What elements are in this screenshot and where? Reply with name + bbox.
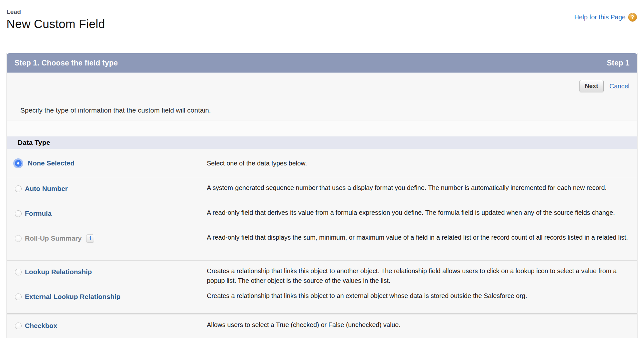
option-group-checkbox: Checkbox Allows users to select a True (…	[7, 315, 637, 338]
help-icon[interactable]: ?	[628, 13, 637, 22]
option-row-rollup-summary: Roll-Up Summary i A read-only field that…	[7, 231, 637, 256]
option-row-lookup-relationship: Lookup Relationship Creates a relationsh…	[7, 264, 637, 289]
radio-external-lookup[interactable]	[15, 293, 22, 300]
option-left: External Lookup Relationship	[15, 293, 207, 301]
option-row-formula: Formula A read-only field that derives i…	[7, 206, 637, 231]
radio-checkbox[interactable]	[15, 323, 22, 329]
option-left: Formula	[15, 209, 207, 218]
instruction-row: Specify the type of information that the…	[7, 100, 637, 121]
option-group-calculated: Auto Number A system-generated sequence …	[7, 178, 637, 261]
title-block: Lead New Custom Field	[6, 8, 105, 31]
option-row-checkbox: Checkbox Allows users to select a True (…	[7, 318, 637, 338]
option-label-rollup-summary: Roll-Up Summary	[25, 234, 82, 243]
option-row-auto-number: Auto Number A system-generated sequence …	[7, 181, 637, 206]
option-desc-auto-number: A system-generated sequence number that …	[207, 183, 629, 193]
next-button[interactable]: Next	[579, 80, 604, 92]
radio-lookup-relationship[interactable]	[15, 269, 22, 275]
radio-none-selected[interactable]	[13, 158, 23, 168]
step-bar-title: Step 1. Choose the field type	[15, 59, 118, 67]
step-1-panel: Step 1. Choose the field type Step 1 Nex…	[6, 53, 638, 338]
option-left: Auto Number	[15, 184, 207, 193]
info-icon[interactable]: i	[86, 234, 94, 243]
page-title: New Custom Field	[6, 17, 105, 31]
option-desc-lookup-relationship: Creates a relationship that links this o…	[207, 266, 629, 285]
action-row: Next Cancel	[7, 73, 637, 100]
option-left: None Selected	[15, 158, 207, 168]
option-row-external-lookup: External Lookup Relationship Creates a r…	[7, 289, 637, 307]
option-desc-formula: A read-only field that derives its value…	[207, 208, 629, 217]
option-label-none-selected[interactable]: None Selected	[28, 159, 75, 167]
data-type-section-header: Data Type	[7, 136, 637, 149]
option-desc-rollup-summary: A read-only field that displays the sum,…	[207, 233, 629, 242]
radio-dot	[15, 160, 22, 167]
option-label-formula[interactable]: Formula	[25, 209, 52, 218]
option-label-checkbox[interactable]: Checkbox	[25, 322, 57, 330]
option-desc-external-lookup: Creates a relationship that links this o…	[207, 291, 629, 301]
option-row-none-selected: None Selected Select one of the data typ…	[7, 149, 637, 178]
instruction-text: Specify the type of information that the…	[20, 106, 211, 114]
option-label-external-lookup[interactable]: External Lookup Relationship	[25, 293, 120, 301]
option-group-relationships: Lookup Relationship Creates a relationsh…	[7, 261, 637, 313]
option-left: Lookup Relationship	[15, 268, 207, 276]
help-for-this-page-link[interactable]: Help for this Page	[574, 14, 626, 21]
page-header: Lead New Custom Field Help for this Page…	[0, 0, 644, 53]
radio-rollup-summary	[15, 235, 22, 242]
breadcrumb: Lead	[6, 8, 105, 15]
option-label-lookup-relationship[interactable]: Lookup Relationship	[25, 268, 92, 276]
option-group-none: None Selected Select one of the data typ…	[7, 149, 637, 178]
help-area: Help for this Page ?	[574, 13, 637, 22]
data-type-header-label: Data Type	[18, 139, 50, 146]
option-label-auto-number[interactable]: Auto Number	[25, 184, 68, 193]
radio-formula[interactable]	[15, 210, 22, 217]
option-desc-checkbox: Allows users to select a True (checked) …	[207, 320, 629, 330]
step-bar-badge: Step 1	[607, 59, 629, 67]
cancel-link[interactable]: Cancel	[609, 83, 629, 90]
option-left: Roll-Up Summary i	[15, 234, 207, 243]
option-desc-none-selected: Select one of the data types below.	[207, 158, 629, 168]
step-header-bar: Step 1. Choose the field type Step 1	[7, 53, 637, 73]
radio-auto-number[interactable]	[15, 185, 22, 192]
option-left: Checkbox	[15, 322, 207, 330]
spacer-row	[7, 121, 637, 136]
